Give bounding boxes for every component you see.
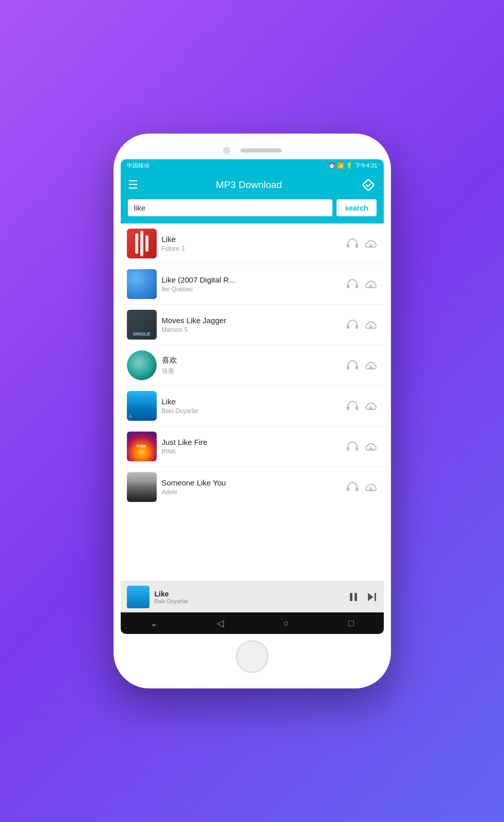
svg-rect-5 (356, 285, 358, 288)
song-thumbnail (127, 472, 157, 502)
song-info: Like (2007 Digital R... Ike Quebec (162, 275, 341, 293)
song-actions (346, 441, 378, 452)
song-artist: Baki Duyarlar (162, 407, 341, 415)
song-artist: Maroon 5 (162, 326, 341, 333)
nav-back-icon[interactable]: ◁ (217, 618, 224, 629)
svg-rect-4 (347, 285, 349, 288)
status-icons: ⏰ 📶 🔋 (328, 162, 353, 169)
svg-rect-10 (347, 366, 349, 369)
song-info: Moves Like Jagger Maroon 5 (162, 316, 341, 333)
song-info: Just Like Fire P!NK (162, 438, 341, 455)
preview-icon[interactable] (346, 360, 359, 371)
player-title: Like (155, 590, 343, 598)
search-input[interactable] (128, 199, 333, 216)
song-item[interactable]: 喜欢 张惠 (121, 345, 384, 386)
song-item[interactable]: P!NK Just Like Fire P!NK (121, 426, 384, 467)
song-artist: 张惠 (162, 367, 341, 376)
song-actions (346, 319, 378, 330)
song-item[interactable]: Like Future 3 (121, 223, 384, 264)
preview-icon[interactable] (346, 481, 359, 493)
svg-rect-19 (347, 488, 349, 491)
song-info: Like Future 3 (162, 235, 341, 252)
hamburger-menu-icon[interactable]: ☰ (128, 179, 138, 191)
song-title: Moves Like Jagger (162, 316, 341, 325)
song-actions (346, 481, 378, 493)
song-thumbnail: SINGLE (127, 310, 157, 340)
time-display: 下午4:31 (355, 162, 377, 170)
download-icon[interactable] (364, 400, 378, 412)
player-bar: Like Baki Duyarlar (121, 581, 384, 612)
svg-rect-7 (347, 325, 349, 329)
song-actions (346, 278, 378, 290)
player-info: Like Baki Duyarlar (155, 590, 343, 604)
song-item[interactable]: SINGLE Moves Like Jagger Maroon 5 (121, 305, 384, 345)
download-icon[interactable] (364, 319, 378, 330)
song-info: 喜欢 张惠 (162, 356, 341, 376)
song-actions (346, 400, 378, 412)
svg-rect-2 (356, 244, 358, 248)
next-button[interactable] (366, 591, 378, 603)
song-title: 喜欢 (162, 356, 341, 365)
status-bar: 中国移动 ⏰ 📶 🔋 下午4:31 (121, 159, 384, 172)
pause-button[interactable] (348, 591, 359, 603)
phone-frame: 中国移动 ⏰ 📶 🔋 下午4:31 ☰ MP3 Download search (114, 134, 391, 688)
android-navbar: ⌄ ◁ ○ □ (121, 612, 384, 634)
song-item[interactable]: Like (2007 Digital R... Ike Quebec (121, 264, 384, 305)
preview-icon[interactable] (346, 319, 359, 330)
song-item[interactable]: Someone Like You Adele (121, 467, 384, 507)
carrier-text: 中国移动 (127, 162, 150, 170)
preview-icon[interactable] (346, 278, 359, 290)
app-title: MP3 Download (216, 179, 282, 191)
front-camera (223, 147, 230, 154)
song-artist: Adele (162, 489, 341, 496)
song-list: Like Future 3 (121, 223, 384, 581)
song-title: Like (162, 397, 341, 406)
svg-rect-16 (347, 447, 349, 451)
download-icon[interactable] (364, 481, 378, 493)
svg-rect-0 (362, 179, 374, 191)
svg-rect-1 (347, 244, 349, 248)
nav-down-icon[interactable]: ⌄ (150, 618, 158, 629)
download-icon[interactable] (364, 441, 378, 452)
phone-speaker (240, 148, 282, 153)
download-icon[interactable] (364, 360, 378, 371)
preview-icon[interactable] (346, 441, 359, 452)
search-button[interactable]: search (337, 199, 376, 216)
song-title: Someone Like You (162, 478, 341, 487)
song-artist: Future 3 (162, 245, 341, 252)
player-artist: Baki Duyarlar (155, 598, 343, 604)
svg-rect-13 (347, 406, 349, 410)
svg-marker-24 (368, 593, 374, 601)
song-info: Like Baki Duyarlar (162, 397, 341, 415)
svg-rect-8 (356, 325, 358, 329)
song-thumbnail: P!NK (127, 432, 157, 461)
nav-home-icon[interactable]: ○ (284, 618, 289, 629)
preview-icon[interactable] (346, 238, 359, 249)
phone-top-bar (121, 143, 384, 159)
diamond-button[interactable] (360, 177, 377, 193)
home-button[interactable] (236, 640, 269, 673)
status-right: ⏰ 📶 🔋 下午4:31 (328, 162, 378, 170)
app-header: ☰ MP3 Download (121, 172, 384, 199)
nav-recent-icon[interactable]: □ (348, 618, 354, 629)
song-thumbnail: A (127, 391, 157, 421)
song-item[interactable]: A Like Baki Duyarlar (121, 386, 384, 426)
song-title: Like (162, 235, 341, 244)
download-icon[interactable] (364, 238, 378, 249)
song-thumbnail (127, 269, 157, 299)
download-icon[interactable] (364, 278, 378, 290)
song-artist: P!NK (162, 448, 341, 455)
song-info: Someone Like You Adele (162, 478, 341, 496)
player-thumbnail (127, 586, 150, 608)
preview-icon[interactable] (346, 400, 359, 412)
svg-rect-11 (356, 366, 358, 369)
phone-screen: 中国移动 ⏰ 📶 🔋 下午4:31 ☰ MP3 Download search (121, 159, 384, 634)
song-thumbnail (127, 229, 157, 258)
song-title: Like (2007 Digital R... (162, 275, 341, 284)
svg-rect-22 (350, 593, 352, 601)
svg-rect-25 (375, 593, 376, 601)
svg-rect-20 (356, 488, 358, 491)
song-title: Just Like Fire (162, 438, 341, 446)
diamond-icon (361, 178, 376, 192)
song-actions (346, 238, 378, 249)
